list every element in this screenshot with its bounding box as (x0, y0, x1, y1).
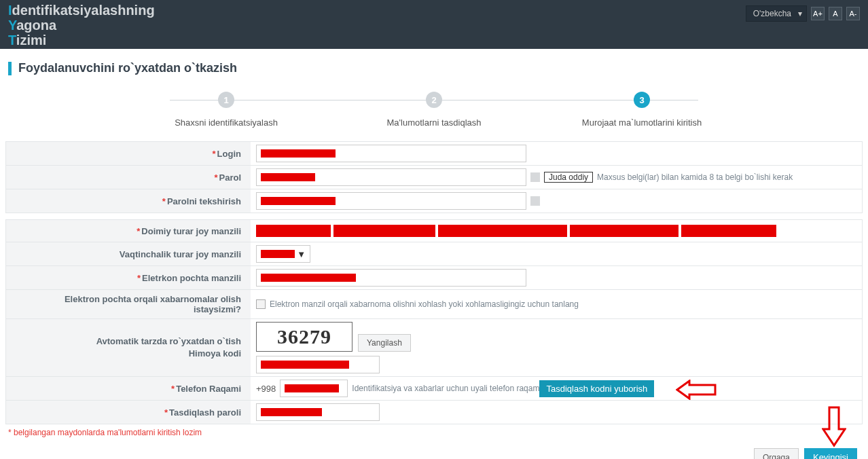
login-label: Login (217, 149, 241, 159)
password-confirm-label: Parolni tekshirish (167, 196, 241, 206)
font-increase-button[interactable]: A+ (811, 7, 825, 20)
step-2-circle: 2 (426, 92, 442, 108)
password-label: Parol (219, 172, 241, 183)
captcha-image: 36279 (256, 322, 352, 352)
password-strength-badge: Juda oddiy (544, 172, 593, 183)
row-perm-address: *Doimiy turar joy manzili (5, 219, 863, 242)
app-header: Identifikatsiyalashning Yagona Tizimi O'… (0, 0, 868, 49)
row-temp-address: Vaqtinchalik turar joy manzili ▼ (5, 242, 863, 266)
temp-address-select[interactable]: ▼ (256, 245, 310, 263)
step-2: 2 Ma'lumotlarni tasdiqlash (330, 92, 538, 128)
confirm-code-label: Tasdiqlash paroli (169, 407, 241, 418)
perm-address-inputs[interactable] (256, 225, 776, 237)
password-confirm-indicator (530, 196, 540, 206)
row-password: *Parol Juda oddiy Maxsus belgi(lar) bila… (5, 165, 863, 189)
login-input[interactable] (256, 145, 526, 162)
step-1-circle: 1 (218, 92, 234, 108)
email-label: Eletrkon pochta manzili (142, 273, 241, 283)
registration-form: *Login *Parol Juda oddiy Maxsus belgi(la… (0, 141, 868, 459)
email-notify-checkbox[interactable] (256, 299, 266, 309)
captcha-input[interactable] (256, 356, 380, 373)
step-3-label: Murojaat ma`lumotlarini kiritish (582, 117, 702, 128)
step-2-label: Ma'lumotlarni tasdiqlash (386, 117, 481, 128)
page-title-wrap: Foydalanuvchini ro`yxatdan o`tkazish (0, 49, 868, 85)
send-code-button[interactable]: Tasdiqlash kodni yuborish (539, 380, 654, 397)
language-select[interactable]: O'zbekcha (746, 5, 807, 22)
captcha-label-2: Himoya kodi (189, 348, 241, 360)
required-footnote: * belgilangan maydonlarda ma'lumotlarni … (5, 424, 863, 441)
step-3: 3 Murojaat ma`lumotlarini kiritish (538, 92, 746, 128)
title-accent-mark (8, 62, 12, 75)
row-password-confirm: *Parolni tekshirish (5, 189, 863, 213)
password-confirm-input[interactable] (256, 192, 526, 210)
row-email-notify: Elektron pochta orqali xabarnomalar olis… (5, 289, 863, 319)
perm-address-label: Doimiy turar joy manzili (141, 226, 241, 236)
row-confirm-code: *Tasdiqlash paroli (5, 400, 863, 424)
email-notify-text: Elektron manzil orqali xabarnoma olishni… (270, 299, 579, 309)
header-controls: O'zbekcha A+ A A- (746, 3, 860, 22)
stepper: 1 Shaxsni identifikatsiyalash 2 Ma'lumot… (0, 85, 868, 141)
step-1: 1 Shaxsni identifikatsiyalash (122, 92, 330, 128)
phone-label: Telefon Raqami (176, 384, 241, 394)
confirm-code-input[interactable] (256, 403, 380, 421)
phone-hint: Identifikatsiya va xabarlar uchun uyali … (352, 384, 539, 393)
password-input[interactable] (256, 168, 526, 186)
row-captcha: Avtomatik tarzda ro`yxatdan o`tish Himoy… (5, 318, 863, 377)
password-strength-indicator (530, 172, 540, 182)
page-title: Foydalanuvchini ro`yxatdan o`tkazish (18, 61, 237, 75)
temp-address-label: Vaqtinchalik turar joy manzili (120, 249, 241, 259)
row-phone: *Telefon Raqami +998 Identifikatsiya va … (5, 376, 863, 401)
back-button[interactable]: Orqaga (754, 448, 799, 459)
font-decrease-button[interactable]: A- (846, 7, 860, 20)
font-normal-button[interactable]: A (829, 7, 842, 20)
captcha-refresh-button[interactable]: Yangilash (358, 334, 411, 352)
row-login: *Login (5, 141, 863, 166)
password-hint: Maxsus belgi(lar) bilan kamida 8 ta belg… (597, 172, 793, 182)
row-email: *Eletrkon pochta manzili (5, 265, 863, 290)
email-notify-label: Elektron pochta orqali xabarnomalar olis… (16, 294, 241, 314)
next-button[interactable]: Keyingisi (804, 448, 857, 459)
email-input[interactable] (256, 269, 526, 287)
captcha-label-1: Avtomatik tarzda ro`yxatdan o`tish (96, 335, 241, 348)
phone-input[interactable] (280, 380, 348, 397)
phone-prefix: +998 (256, 384, 276, 394)
app-logo: Identifikatsiyalashning Yagona Tizimi (8, 3, 155, 48)
step-3-circle: 3 (634, 92, 650, 108)
step-1-label: Shaxsni identifikatsiyalash (175, 117, 278, 128)
